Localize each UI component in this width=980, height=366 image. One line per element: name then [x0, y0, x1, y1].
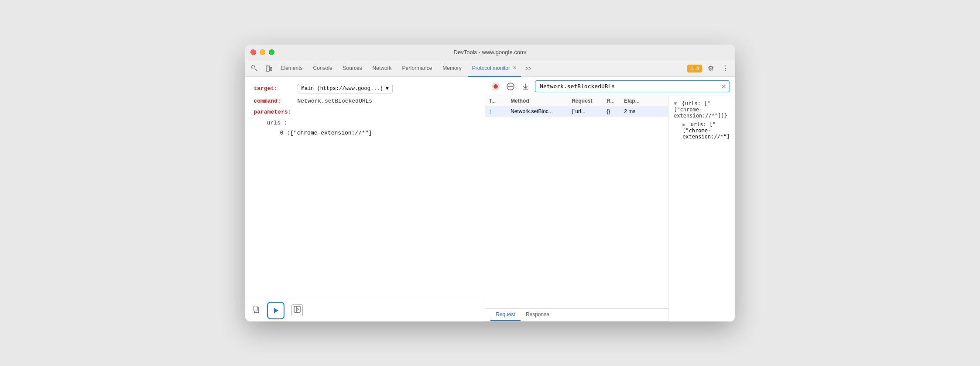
index-label: 0	[280, 130, 284, 136]
table-header: T... Method Request R... Elap...	[485, 96, 668, 106]
command-search-input[interactable]	[535, 80, 730, 92]
device-toolbar-icon[interactable]	[263, 62, 275, 75]
row-arrow-icon: ↕	[489, 108, 511, 115]
svg-point-9	[493, 84, 498, 89]
copy-icon[interactable]	[252, 305, 260, 315]
sub-tab-request[interactable]: Request	[490, 309, 521, 321]
detail-content-1: {urls: ["["chrome-extension://*"]]}	[674, 100, 727, 119]
target-label: target:	[254, 85, 298, 92]
col-header-request: Request	[572, 98, 607, 104]
command-row: command: Network.setBlockedURLs	[254, 98, 476, 104]
sub-tab-response[interactable]: Response	[521, 309, 555, 321]
svg-rect-6	[294, 306, 300, 312]
svg-marker-5	[274, 308, 278, 313]
command-label: command:	[254, 98, 298, 104]
target-row: target: Main (https://www.goog...) ▼	[254, 84, 476, 93]
detail-content-2: urls: ["["chrome-extension://*"]	[682, 121, 730, 140]
expand-sub-icon[interactable]: ▶	[682, 121, 685, 128]
settings-icon[interactable]: ⚙	[705, 62, 717, 75]
issue-badge[interactable]: ⚠ 4	[687, 65, 702, 73]
collapse-icon[interactable]	[291, 304, 303, 316]
target-select[interactable]: Main (https://www.goog...) ▼	[298, 84, 393, 93]
toolbar-right: ⚠ 4 ⚙ ⋮	[687, 62, 732, 75]
issue-icon: ⚠	[690, 66, 695, 72]
table-section: T... Method Request R... Elap... ↕ Netwo…	[485, 96, 668, 321]
tab-elements[interactable]: Elements	[277, 60, 307, 77]
detail-sub-row: ▶ urls: ["["chrome-extension://*"]	[682, 121, 730, 140]
col-header-method: Method	[511, 98, 572, 104]
target-value: Main (https://www.goog...)	[302, 86, 383, 92]
search-container: ✕	[535, 80, 730, 92]
row-method: Network.setBloc...	[511, 108, 572, 114]
right-sub-tabs: Request Response	[485, 309, 668, 321]
svg-rect-0	[252, 66, 254, 68]
more-options-icon[interactable]: ⋮	[720, 62, 732, 75]
dropdown-arrow-icon: ▼	[386, 86, 389, 92]
clear-icon[interactable]	[505, 81, 516, 92]
tab-console[interactable]: Console	[309, 60, 337, 77]
parameters-row: parameters:	[254, 109, 476, 115]
col-header-elapsed: Elap...	[624, 98, 650, 104]
command-value: Network.setBlockedURLs	[298, 98, 476, 104]
minimize-button[interactable]	[260, 49, 265, 55]
send-button[interactable]	[267, 302, 284, 319]
left-panel-footer	[245, 299, 485, 321]
params-section: urls : 0 :["chrome-extension://*"]	[254, 120, 476, 136]
col-header-t: T...	[489, 98, 511, 104]
main-content: target: Main (https://www.goog...) ▼ com…	[245, 77, 735, 321]
left-panel: target: Main (https://www.goog...) ▼ com…	[245, 77, 486, 321]
svg-rect-2	[271, 67, 272, 71]
search-clear-icon[interactable]: ✕	[721, 83, 726, 90]
maximize-button[interactable]	[269, 49, 274, 55]
table-row[interactable]: ↕ Network.setBloc... {"url... {} 2 ms	[485, 106, 668, 117]
row-r: {}	[607, 108, 624, 114]
detail-line-1: ▼ {urls: ["["chrome-extension://*"]]}	[674, 100, 730, 119]
right-body: T... Method Request R... Elap... ↕ Netwo…	[485, 96, 735, 321]
urls-label: urls :	[267, 120, 288, 126]
tab-memory[interactable]: Memory	[438, 60, 466, 77]
tab-protocol-monitor[interactable]: Protocol monitor ✕	[468, 60, 521, 77]
urls-row: urls :	[267, 120, 476, 126]
tab-close-icon[interactable]: ✕	[513, 65, 517, 71]
download-icon[interactable]	[520, 81, 531, 92]
index-row: 0 :["chrome-extension://*"]	[280, 130, 476, 136]
row-request: {"url...	[572, 108, 607, 114]
inspect-element-icon[interactable]	[249, 62, 261, 75]
expand-icon[interactable]: ▼	[674, 100, 677, 107]
svg-rect-1	[266, 66, 270, 71]
window-title: DevTools - www.google.com/	[454, 49, 527, 55]
close-button[interactable]	[250, 49, 256, 55]
traffic-lights	[250, 49, 274, 55]
detail-section: ▼ {urls: ["["chrome-extension://*"]]} ▶ …	[668, 96, 735, 321]
parameters-label: parameters:	[254, 109, 298, 115]
tab-sources[interactable]: Sources	[339, 60, 367, 77]
tab-performance[interactable]: Performance	[398, 60, 437, 77]
svg-rect-4	[254, 306, 257, 311]
right-top-bar: ✕	[485, 77, 735, 96]
devtools-toolbar: Elements Console Sources Network Perform…	[245, 60, 735, 77]
devtools-window: DevTools - www.google.com/ Elements Cons…	[245, 45, 735, 321]
more-tabs-button[interactable]: >>	[523, 66, 534, 72]
right-panel: ✕ T... Method Request R... Elap...	[485, 77, 735, 321]
row-elapsed: 2 ms	[624, 108, 650, 114]
tab-network[interactable]: Network	[368, 60, 396, 77]
stop-recording-icon[interactable]	[490, 81, 501, 92]
left-panel-body: target: Main (https://www.goog...) ▼ com…	[245, 77, 485, 299]
issue-count: 4	[696, 66, 699, 72]
title-bar: DevTools - www.google.com/	[245, 45, 735, 60]
col-header-r: R...	[607, 98, 624, 104]
index-value: :["chrome-extension://*"]	[287, 130, 372, 136]
